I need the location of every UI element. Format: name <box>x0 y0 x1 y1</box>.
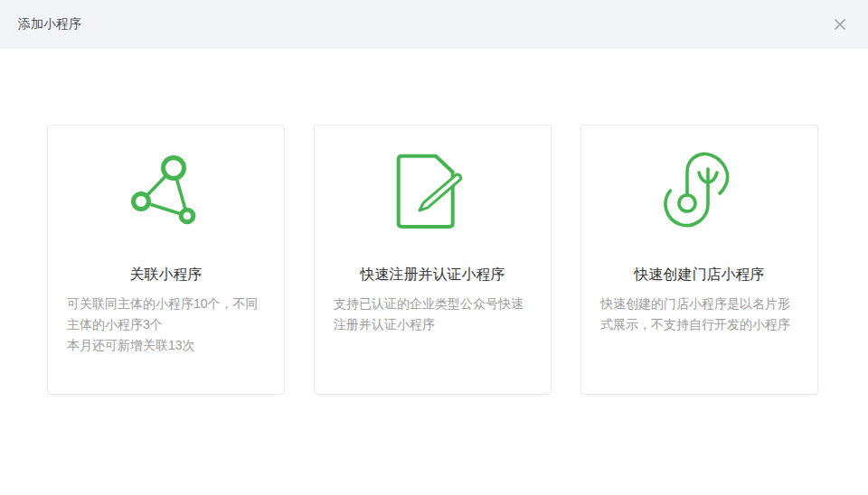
card-description: 快速创建的门店小程序是以名片形式展示，不支持自行开发的小程序 <box>581 294 817 335</box>
card-desc-line: 本月还可新增关联13次 <box>67 335 265 356</box>
card-create-store-miniprogram[interactable]: 快速创建门店小程序 快速创建的门店小程序是以名片形式展示，不支持自行开发的小程序 <box>580 125 818 395</box>
fork-swirl-icon <box>655 145 745 236</box>
card-description: 支持已认证的企业类型公众号快速注册并认证小程序 <box>315 294 551 335</box>
card-desc-line: 快速创建的门店小程序是以名片形式展示，不支持自行开发的小程序 <box>600 294 798 335</box>
card-desc-line: 可关联同主体的小程序10个，不同主体的小程序3个 <box>67 294 265 335</box>
add-miniprogram-options: 关联小程序 可关联同主体的小程序10个，不同主体的小程序3个 本月还可新增关联1… <box>0 49 868 395</box>
card-register-certify-miniprogram[interactable]: 快速注册并认证小程序 支持已认证的企业类型公众号快速注册并认证小程序 <box>314 125 552 395</box>
document-pen-icon <box>388 145 478 236</box>
card-title: 关联小程序 <box>48 265 284 285</box>
dialog-title: 添加小程序 <box>18 16 81 33</box>
dialog-header: 添加小程序 <box>0 0 868 49</box>
close-icon <box>833 17 847 32</box>
network-nodes-icon <box>121 145 212 236</box>
card-desc-line: 支持已认证的企业类型公众号快速注册并认证小程序 <box>334 294 532 335</box>
card-title: 快速注册并认证小程序 <box>315 265 551 285</box>
card-description: 可关联同主体的小程序10个，不同主体的小程序3个 本月还可新增关联13次 <box>48 294 284 356</box>
card-link-miniprogram[interactable]: 关联小程序 可关联同主体的小程序10个，不同主体的小程序3个 本月还可新增关联1… <box>47 125 285 395</box>
close-button[interactable] <box>832 16 848 33</box>
card-title: 快速创建门店小程序 <box>581 265 817 285</box>
